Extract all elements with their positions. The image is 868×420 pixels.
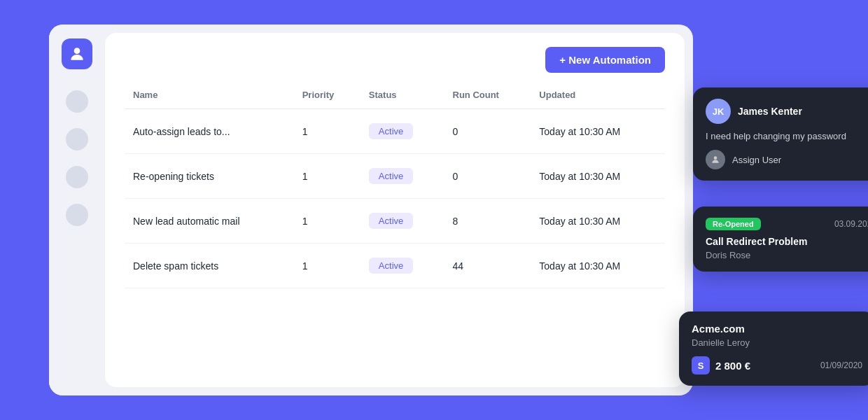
cell-updated: Today at 10:30 AM: [531, 199, 665, 244]
company-name: Acme.com: [692, 323, 862, 335]
cell-updated: Today at 10:30 AM: [531, 109, 665, 154]
cell-priority: 1: [294, 244, 360, 288]
company-person: Danielle Leroy: [692, 337, 862, 348]
company-date: 01/09/2020: [820, 360, 862, 370]
cell-updated: Today at 10:30 AM: [531, 154, 665, 199]
ticket-person: Doris Rose: [706, 250, 868, 260]
status-badge: Active: [369, 213, 413, 229]
cell-name: New lead automatic mail: [125, 199, 294, 244]
status-badge: Active: [369, 123, 413, 139]
company-amount-row: S 2 800 €: [692, 356, 750, 374]
cell-name: Auto-assign leads to...: [125, 109, 294, 154]
col-updated: Updated: [531, 84, 665, 109]
svg-point-0: [74, 48, 80, 54]
cell-updated: Today at 10:30 AM: [531, 244, 665, 288]
chat-action-row: Assign User: [706, 150, 868, 169]
cell-run-count: 44: [444, 244, 531, 288]
cell-priority: 1: [294, 154, 360, 199]
sidebar-nav-3[interactable]: [66, 166, 88, 188]
table-row: Auto-assign leads to... 1 Active 0 Today…: [125, 109, 665, 154]
cell-run-count: 0: [444, 154, 531, 199]
table-row: Re-opening tickets 1 Active 0 Today at 1…: [125, 154, 665, 199]
ticket-status-badge: Re-Opened: [706, 218, 761, 230]
cell-run-count: 0: [444, 109, 531, 154]
sidebar-nav-1[interactable]: [66, 90, 88, 113]
chat-message: I need help changing my password: [706, 131, 868, 141]
svg-point-1: [714, 156, 718, 160]
chat-notification-card: JK James Kenter 14:52 I need help changi…: [693, 88, 868, 181]
cell-priority: 1: [294, 199, 360, 244]
company-notification-card: Acme.com Danielle Leroy S 2 800 € 01/09/…: [679, 312, 868, 386]
company-badge: S: [692, 356, 710, 374]
chat-user-name: James Kenter: [738, 106, 802, 117]
cell-status: Active: [360, 154, 444, 199]
chat-user-info: JK James Kenter: [706, 99, 802, 124]
ticket-title: Call Redirect Problem: [706, 236, 868, 247]
col-run-count: Run Count: [444, 84, 531, 109]
table-row: Delete spam tickets 1 Active 44 Today at…: [125, 244, 665, 288]
automations-table: Name Priority Status Run Count Updated A…: [125, 84, 665, 288]
table-row: New lead automatic mail 1 Active 8 Today…: [125, 199, 665, 244]
company-bottom-row: S 2 800 € 01/09/2020: [692, 356, 862, 374]
col-status: Status: [360, 84, 444, 109]
ticket-header-row: Re-Opened 03.09.2020: [706, 218, 868, 230]
cell-priority: 1: [294, 109, 360, 154]
new-automation-button[interactable]: + New Automation: [545, 47, 665, 73]
cell-run-count: 8: [444, 199, 531, 244]
status-badge: Active: [369, 168, 413, 184]
sidebar: [49, 24, 105, 396]
status-badge: Active: [369, 258, 413, 274]
avatar: JK: [706, 99, 731, 124]
cell-status: Active: [360, 244, 444, 288]
cell-name: Delete spam tickets: [125, 244, 294, 288]
page-header: + New Automation: [125, 33, 665, 84]
sidebar-nav-2[interactable]: [66, 128, 88, 150]
chat-card-header: JK James Kenter 14:52: [706, 99, 868, 124]
cell-status: Active: [360, 199, 444, 244]
cell-status: Active: [360, 109, 444, 154]
company-amount: 2 800 €: [715, 360, 750, 372]
app-logo: [62, 38, 92, 69]
action-avatar: [706, 150, 725, 169]
col-name: Name: [125, 84, 294, 109]
main-content: + New Automation Name Priority Status Ru…: [105, 33, 685, 387]
cell-name: Re-opening tickets: [125, 154, 294, 199]
col-priority: Priority: [294, 84, 360, 109]
ticket-notification-card: Re-Opened 03.09.2020 Call Redirect Probl…: [693, 206, 868, 272]
sidebar-nav-4[interactable]: [66, 204, 88, 226]
main-card: + New Automation Name Priority Status Ru…: [49, 24, 693, 396]
assign-user-label[interactable]: Assign User: [732, 155, 781, 165]
ticket-date: 03.09.2020: [834, 219, 868, 229]
